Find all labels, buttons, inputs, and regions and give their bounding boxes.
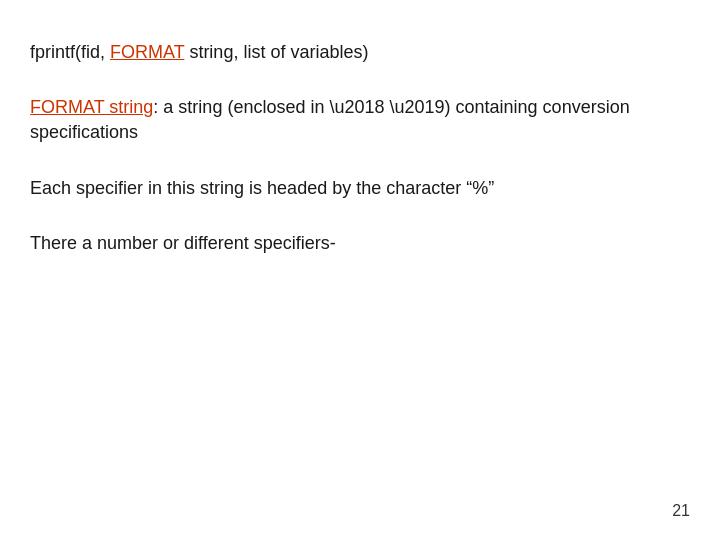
line3-text: Each specifier in this string is headed … [30,178,494,198]
line2: FORMAT string: a string (enclosed in \u2… [30,95,690,145]
line3: Each specifier in this string is headed … [30,176,690,201]
line1: fprintf(fid, FORMAT string, list of vari… [30,40,690,65]
line2-text: : a string (enclosed in \u2018 \u2019) c… [153,97,629,117]
slide-content: fprintf(fid, FORMAT string, list of vari… [0,0,720,540]
line1-prefix: fprintf(fid, [30,42,110,62]
line2-format-string: FORMAT string [30,97,153,117]
line4: There a number or different specifiers- [30,231,690,256]
line2-continuation: specifications [30,122,138,142]
page-number: 21 [672,502,690,520]
line1-suffix: string, list of variables) [184,42,368,62]
line1-format: FORMAT [110,42,184,62]
line4-text: There a number or different specifiers- [30,233,336,253]
